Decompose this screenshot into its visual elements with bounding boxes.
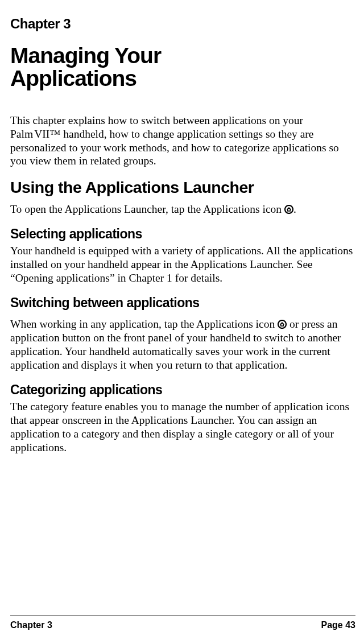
- sub2-paragraph: When working in any application, tap the…: [10, 317, 355, 372]
- footer-page-number: Page 43: [321, 620, 355, 630]
- chapter-title: Managing Your Applications: [10, 44, 355, 90]
- sub3-paragraph: The category feature enables you to mana…: [10, 400, 355, 455]
- footer-chapter: Chapter 3: [10, 620, 52, 630]
- chapter-label: Chapter 3: [10, 16, 355, 32]
- section1-text-b: .: [293, 203, 296, 215]
- sub2-text-a: When working in any application, tap the…: [10, 318, 278, 330]
- chapter-title-line2: Applications: [10, 66, 136, 90]
- subheading-categorizing: Categorizing applications: [10, 382, 355, 398]
- section-heading-using-launcher: Using the Applications Launcher: [10, 178, 355, 197]
- sub1-paragraph: Your handheld is equipped with a variety…: [10, 244, 355, 285]
- applications-home-icon: [284, 204, 293, 213]
- section1-paragraph: To open the Applications Launcher, tap t…: [10, 203, 355, 216]
- applications-home-icon: [278, 319, 287, 328]
- svg-point-1: [278, 320, 286, 328]
- page-footer: Chapter 3 Page 43: [10, 616, 355, 630]
- subheading-selecting: Selecting applications: [10, 226, 355, 242]
- section1-text-a: To open the Applications Launcher, tap t…: [10, 203, 284, 215]
- svg-point-0: [285, 205, 293, 213]
- subheading-switching: Switching between applications: [10, 295, 355, 311]
- chapter-title-line1: Managing Your: [10, 43, 161, 68]
- intro-paragraph: This chapter explains how to switch betw…: [10, 114, 355, 168]
